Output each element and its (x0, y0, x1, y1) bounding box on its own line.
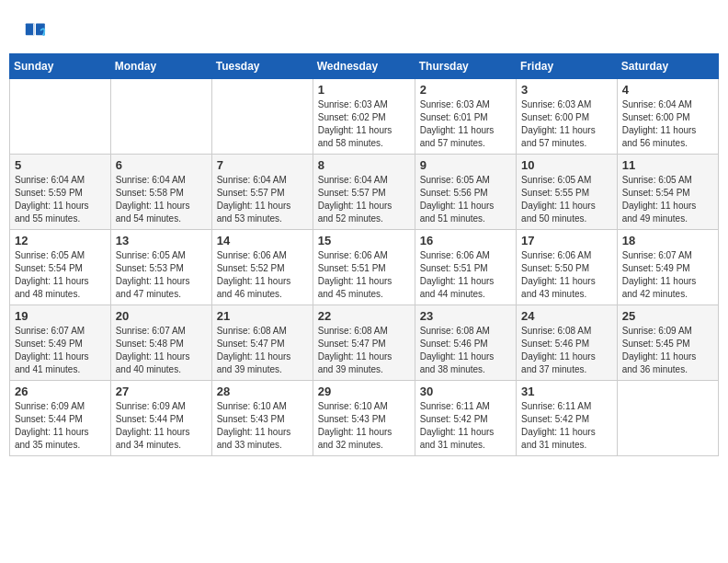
calendar-cell: 6Sunrise: 6:04 AM Sunset: 5:58 PM Daylig… (110, 155, 211, 230)
day-info: Sunrise: 6:05 AM Sunset: 5:54 PM Dayligh… (15, 249, 106, 301)
calendar-cell: 29Sunrise: 6:10 AM Sunset: 5:43 PM Dayli… (313, 381, 415, 456)
calendar-cell: 18Sunrise: 6:07 AM Sunset: 5:49 PM Dayli… (617, 230, 718, 305)
calendar-cell: 25Sunrise: 6:09 AM Sunset: 5:45 PM Dayli… (617, 305, 718, 381)
day-number: 21 (217, 309, 308, 323)
calendar-cell: 7Sunrise: 6:04 AM Sunset: 5:57 PM Daylig… (211, 155, 313, 230)
calendar-cell: 20Sunrise: 6:07 AM Sunset: 5:48 PM Dayli… (110, 305, 211, 381)
day-info: Sunrise: 6:08 AM Sunset: 5:46 PM Dayligh… (521, 325, 612, 376)
day-info: Sunrise: 6:06 AM Sunset: 5:50 PM Dayligh… (521, 249, 612, 301)
calendar-cell: 26Sunrise: 6:09 AM Sunset: 5:44 PM Dayli… (10, 381, 111, 456)
day-number: 18 (622, 234, 713, 247)
day-number: 6 (116, 158, 207, 172)
calendar-cell: 24Sunrise: 6:08 AM Sunset: 5:46 PM Dayli… (517, 305, 618, 381)
day-header-tuesday: Tuesday (211, 54, 313, 79)
calendar-cell: 4Sunrise: 6:04 AM Sunset: 6:00 PM Daylig… (617, 79, 718, 155)
day-number: 8 (318, 158, 410, 172)
day-number: 23 (420, 309, 511, 323)
day-info: Sunrise: 6:06 AM Sunset: 5:51 PM Dayligh… (318, 249, 410, 301)
day-info: Sunrise: 6:04 AM Sunset: 5:57 PM Dayligh… (217, 174, 308, 225)
day-info: Sunrise: 6:03 AM Sunset: 6:02 PM Dayligh… (318, 98, 410, 150)
calendar-cell: 8Sunrise: 6:04 AM Sunset: 5:57 PM Daylig… (313, 155, 415, 230)
day-header-wednesday: Wednesday (313, 54, 415, 79)
calendar-cell: 3Sunrise: 6:03 AM Sunset: 6:00 PM Daylig… (517, 79, 618, 155)
day-info: Sunrise: 6:09 AM Sunset: 5:45 PM Dayligh… (622, 325, 713, 376)
day-number: 12 (15, 234, 106, 247)
day-number: 26 (15, 385, 106, 398)
day-info: Sunrise: 6:07 AM Sunset: 5:49 PM Dayligh… (622, 249, 713, 301)
page-header (9, 9, 719, 49)
day-info: Sunrise: 6:03 AM Sunset: 6:01 PM Dayligh… (420, 98, 511, 150)
day-number: 5 (15, 158, 106, 172)
day-header-friday: Friday (517, 54, 618, 79)
calendar-cell: 11Sunrise: 6:05 AM Sunset: 5:54 PM Dayli… (617, 155, 718, 230)
day-info: Sunrise: 6:07 AM Sunset: 5:49 PM Dayligh… (15, 325, 106, 376)
day-number: 17 (521, 234, 612, 247)
day-number: 10 (521, 158, 612, 172)
calendar-cell: 14Sunrise: 6:06 AM Sunset: 5:52 PM Dayli… (211, 230, 313, 305)
day-number: 31 (521, 385, 612, 398)
calendar-cell: 10Sunrise: 6:05 AM Sunset: 5:55 PM Dayli… (517, 155, 618, 230)
calendar-cell: 13Sunrise: 6:05 AM Sunset: 5:53 PM Dayli… (110, 230, 211, 305)
day-info: Sunrise: 6:09 AM Sunset: 5:44 PM Dayligh… (116, 400, 207, 452)
calendar-table: SundayMondayTuesdayWednesdayThursdayFrid… (9, 53, 719, 456)
day-number: 13 (116, 234, 207, 247)
day-number: 3 (521, 83, 612, 97)
svg-rect-1 (26, 24, 35, 36)
calendar-week-row: 5Sunrise: 6:04 AM Sunset: 5:59 PM Daylig… (10, 155, 719, 230)
calendar-cell: 9Sunrise: 6:05 AM Sunset: 5:56 PM Daylig… (415, 155, 516, 230)
day-number: 15 (318, 234, 410, 247)
day-number: 28 (217, 385, 308, 398)
day-number: 24 (521, 309, 612, 323)
calendar-cell: 19Sunrise: 6:07 AM Sunset: 5:49 PM Dayli… (10, 305, 111, 381)
day-info: Sunrise: 6:05 AM Sunset: 5:55 PM Dayligh… (521, 174, 612, 225)
day-number: 9 (420, 158, 511, 172)
calendar-header-row: SundayMondayTuesdayWednesdayThursdayFrid… (10, 54, 719, 79)
calendar-cell: 17Sunrise: 6:06 AM Sunset: 5:50 PM Dayli… (517, 230, 618, 305)
day-info: Sunrise: 6:05 AM Sunset: 5:53 PM Dayligh… (116, 249, 207, 301)
day-header-monday: Monday (110, 54, 211, 79)
day-header-saturday: Saturday (617, 54, 718, 79)
day-number: 7 (217, 158, 308, 172)
calendar-week-row: 26Sunrise: 6:09 AM Sunset: 5:44 PM Dayli… (10, 381, 719, 456)
day-info: Sunrise: 6:11 AM Sunset: 5:42 PM Dayligh… (420, 400, 511, 452)
day-number: 22 (318, 309, 410, 323)
day-number: 19 (15, 309, 106, 323)
day-info: Sunrise: 6:04 AM Sunset: 5:58 PM Dayligh… (116, 174, 207, 225)
day-info: Sunrise: 6:06 AM Sunset: 5:51 PM Dayligh… (420, 249, 511, 301)
logo-icon (23, 18, 49, 44)
day-info: Sunrise: 6:08 AM Sunset: 5:46 PM Dayligh… (420, 325, 511, 376)
calendar-cell (211, 79, 313, 155)
day-info: Sunrise: 6:04 AM Sunset: 6:00 PM Dayligh… (622, 98, 713, 150)
calendar-cell: 22Sunrise: 6:08 AM Sunset: 5:47 PM Dayli… (313, 305, 415, 381)
calendar-cell (617, 381, 718, 456)
calendar-cell: 5Sunrise: 6:04 AM Sunset: 5:59 PM Daylig… (10, 155, 111, 230)
calendar-cell: 31Sunrise: 6:11 AM Sunset: 5:42 PM Dayli… (517, 381, 618, 456)
calendar-cell: 15Sunrise: 6:06 AM Sunset: 5:51 PM Dayli… (313, 230, 415, 305)
calendar-cell: 30Sunrise: 6:11 AM Sunset: 5:42 PM Dayli… (415, 381, 516, 456)
day-number: 4 (622, 83, 713, 97)
day-info: Sunrise: 6:09 AM Sunset: 5:44 PM Dayligh… (15, 400, 106, 452)
day-info: Sunrise: 6:05 AM Sunset: 5:54 PM Dayligh… (622, 174, 713, 225)
day-number: 27 (116, 385, 207, 398)
day-info: Sunrise: 6:08 AM Sunset: 5:47 PM Dayligh… (318, 325, 410, 376)
day-number: 14 (217, 234, 308, 247)
logo (23, 18, 52, 44)
calendar-cell: 23Sunrise: 6:08 AM Sunset: 5:46 PM Dayli… (415, 305, 516, 381)
day-number: 2 (420, 83, 511, 97)
day-info: Sunrise: 6:03 AM Sunset: 6:00 PM Dayligh… (521, 98, 612, 150)
day-info: Sunrise: 6:10 AM Sunset: 5:43 PM Dayligh… (217, 400, 308, 452)
day-info: Sunrise: 6:11 AM Sunset: 5:42 PM Dayligh… (521, 400, 612, 452)
day-info: Sunrise: 6:10 AM Sunset: 5:43 PM Dayligh… (318, 400, 410, 452)
calendar-cell: 21Sunrise: 6:08 AM Sunset: 5:47 PM Dayli… (211, 305, 313, 381)
calendar-cell: 2Sunrise: 6:03 AM Sunset: 6:01 PM Daylig… (415, 79, 516, 155)
day-number: 30 (420, 385, 511, 398)
day-info: Sunrise: 6:06 AM Sunset: 5:52 PM Dayligh… (217, 249, 308, 301)
calendar-cell: 1Sunrise: 6:03 AM Sunset: 6:02 PM Daylig… (313, 79, 415, 155)
day-number: 29 (318, 385, 410, 398)
day-info: Sunrise: 6:05 AM Sunset: 5:56 PM Dayligh… (420, 174, 511, 225)
day-header-thursday: Thursday (415, 54, 516, 79)
day-number: 1 (318, 83, 410, 97)
day-number: 16 (420, 234, 511, 247)
day-header-sunday: Sunday (10, 54, 111, 79)
calendar-week-row: 12Sunrise: 6:05 AM Sunset: 5:54 PM Dayli… (10, 230, 719, 305)
